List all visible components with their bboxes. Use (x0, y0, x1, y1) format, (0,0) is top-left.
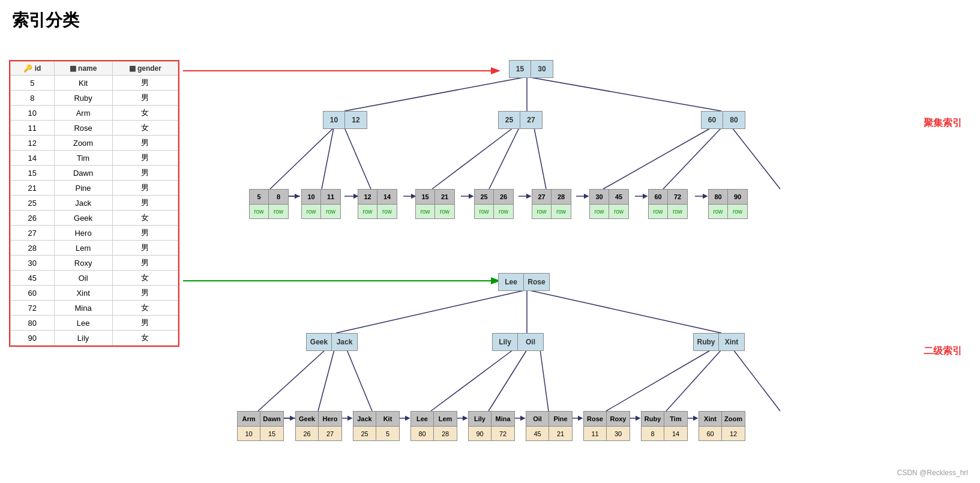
svg-line-4 (527, 77, 721, 111)
table-row: 90Lily女 (11, 331, 178, 346)
table-cell-id: 5 (11, 76, 55, 91)
sec-leaf-jack-kit: Jack Kit 25 5 (353, 411, 400, 441)
table-cell-name: Ruby (54, 91, 112, 106)
sec-root: Lee Rose (498, 273, 550, 291)
table-row: 12Zoom男 (11, 136, 178, 151)
watermark: CSDN @Reckless_hrl (897, 469, 968, 477)
col-gender: ▦ gender (112, 62, 178, 76)
table-cell-name: Pine (54, 181, 112, 196)
table-cell-gender: 男 (112, 166, 178, 181)
svg-line-11 (603, 128, 711, 189)
table-cell-id: 80 (11, 316, 55, 331)
svg-line-30 (488, 350, 527, 411)
svg-line-25 (527, 290, 721, 333)
cell-15: 15 (510, 61, 531, 77)
table-row: 27Hero男 (11, 226, 178, 241)
table-cell-id: 12 (11, 136, 55, 151)
sec-l2-right: Ruby Xint (693, 333, 745, 351)
table-cell-name: Mina (54, 301, 112, 316)
table-cell-gender: 女 (112, 331, 178, 346)
table-cell-gender: 女 (112, 301, 178, 316)
table-cell-id: 45 (11, 271, 55, 286)
table-cell-id: 10 (11, 106, 55, 121)
table-row: 60Xint男 (11, 286, 178, 301)
table-cell-name: Lee (54, 316, 112, 331)
leaf-25-26: 25 26 row row (474, 189, 514, 219)
table-row: 21Pine男 (11, 181, 178, 196)
table-cell-name: Geek (54, 211, 112, 226)
table-row: 28Lem男 (11, 241, 178, 256)
table-cell-id: 28 (11, 241, 55, 256)
col-id: 🔑 id (11, 62, 55, 76)
leaf-5-8: 5 8 row row (249, 189, 289, 219)
table-cell-id: 72 (11, 301, 55, 316)
sec-leaf-geek-hero: Geek Hero 26 27 (295, 411, 342, 441)
table-cell-gender: 男 (112, 181, 178, 196)
leaf-12-14: 12 14 row row (358, 189, 397, 219)
table-cell-name: Dawn (54, 166, 112, 181)
table-row: 26Geek女 (11, 211, 178, 226)
table-row: 5Kit男 (11, 76, 178, 91)
table-cell-id: 27 (11, 226, 55, 241)
sec-leaf-rose-roxy: Rose Roxy 11 30 (583, 411, 630, 441)
svg-line-12 (663, 128, 721, 189)
table-row: 11Rose女 (11, 121, 178, 136)
svg-line-28 (347, 350, 372, 411)
table-cell-gender: 男 (112, 226, 178, 241)
svg-line-27 (318, 350, 334, 411)
table-cell-id: 11 (11, 121, 55, 136)
sec-l2-mid: Lily Oil (492, 333, 544, 351)
table-cell-gender: 女 (112, 211, 178, 226)
svg-line-5 (270, 128, 334, 189)
table-cell-gender: 女 (112, 106, 178, 121)
sec-leaf-oil-pine: Oil Pine 45 21 (526, 411, 573, 441)
table-row: 10Arm女 (11, 106, 178, 121)
cluster-l2-left: 10 12 (323, 111, 367, 129)
table-row: 15Dawn男 (11, 166, 178, 181)
table-row: 14Tim男 (11, 151, 178, 166)
cluster-root: 15 30 (509, 60, 553, 78)
table-cell-gender: 男 (112, 196, 178, 211)
svg-line-23 (336, 290, 527, 333)
sec-leaf-ruby-tim: Ruby Tim 8 14 (641, 411, 688, 441)
cell-27: 27 (520, 112, 542, 128)
table-cell-id: 21 (11, 181, 55, 196)
svg-line-2 (344, 77, 527, 111)
table-cell-name: Lem (54, 241, 112, 256)
table-cell-name: Roxy (54, 256, 112, 271)
page-title: 索引分类 (12, 9, 79, 32)
cell-30: 30 (531, 61, 553, 77)
secondary-index-label: 二级索引 (924, 345, 962, 358)
leaf-30-45: 30 45 row row (589, 189, 629, 219)
table-cell-gender: 男 (112, 91, 178, 106)
cell-10: 10 (323, 112, 345, 128)
svg-line-29 (431, 350, 513, 411)
table-row: 72Mina女 (11, 301, 178, 316)
leaf-80-90: 80 90 row row (708, 189, 748, 219)
table-cell-id: 30 (11, 256, 55, 271)
svg-line-31 (540, 350, 549, 411)
sec-leaf-lily-mina: Lily Mina 90 72 (468, 411, 515, 441)
table-cell-name: Tim (54, 151, 112, 166)
page-container: 索引分类 🔑 id ▦ name ▦ gender 5Kit男8Ruby男10A… (0, 0, 980, 483)
table-row: 25Jack男 (11, 196, 178, 211)
table-cell-id: 8 (11, 91, 55, 106)
table-cell-name: Oil (54, 271, 112, 286)
table-cell-name: Rose (54, 121, 112, 136)
data-table: 🔑 id ▦ name ▦ gender 5Kit男8Ruby男10Arm女11… (10, 61, 178, 346)
table-cell-gender: 男 (112, 286, 178, 301)
svg-line-9 (489, 128, 519, 189)
table-cell-name: Lily (54, 331, 112, 346)
leaf-27-28: 27 28 row row (532, 189, 571, 219)
table-cell-gender: 男 (112, 241, 178, 256)
table-cell-gender: 男 (112, 256, 178, 271)
svg-line-34 (733, 350, 780, 411)
svg-line-10 (534, 128, 546, 189)
cell-60: 60 (702, 112, 723, 128)
table-row: 30Roxy男 (11, 256, 178, 271)
cell-80: 80 (723, 112, 745, 128)
cluster-l2-right: 60 80 (701, 111, 745, 129)
leaf-60-72: 60 72 row row (648, 189, 688, 219)
svg-line-33 (666, 350, 721, 411)
table-cell-gender: 男 (112, 76, 178, 91)
